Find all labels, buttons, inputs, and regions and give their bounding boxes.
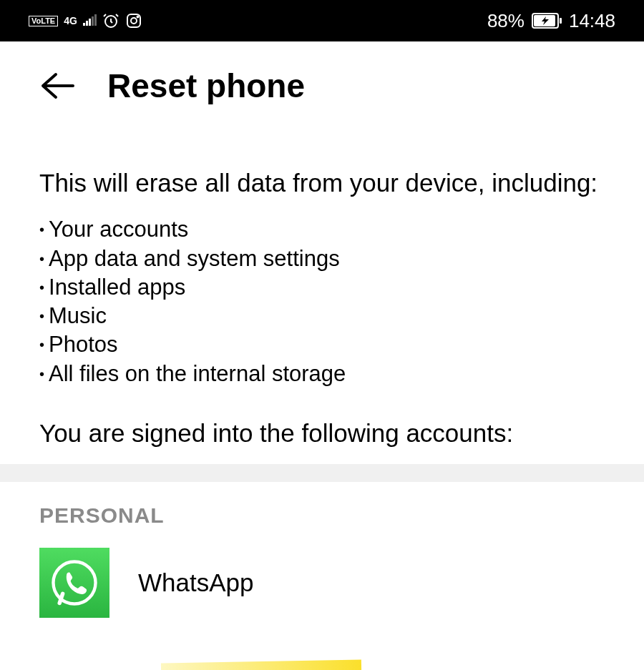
- accounts-section: PERSONAL WhatsApp: [0, 482, 644, 618]
- battery-percent: 88%: [487, 10, 525, 32]
- account-name: WhatsApp: [138, 568, 253, 597]
- list-item-text: Photos: [49, 330, 118, 359]
- network-label: 4G: [64, 16, 77, 26]
- battery-icon: [532, 13, 562, 29]
- account-row[interactable]: WhatsApp: [39, 548, 605, 618]
- list-item: •All files on the internal storage: [39, 360, 605, 388]
- status-bar: VoLTE 4G 88%: [0, 0, 644, 41]
- back-button[interactable]: [39, 68, 75, 104]
- list-item: •Music: [39, 302, 605, 330]
- status-left: VoLTE 4G: [29, 12, 142, 29]
- alarm-icon: [102, 12, 119, 29]
- list-item-text: Your accounts: [49, 215, 188, 244]
- section-divider: [0, 464, 644, 482]
- section-label: PERSONAL: [39, 503, 605, 528]
- list-item-text: Music: [49, 302, 107, 330]
- header: Reset phone: [0, 41, 644, 127]
- arrow-left-icon: [40, 72, 74, 100]
- volte-badge: VoLTE: [29, 16, 58, 26]
- signal-indicator: 4G: [64, 16, 77, 26]
- signal-bars-icon: [83, 16, 97, 26]
- clock-time: 14:48: [569, 10, 615, 32]
- svg-point-2: [131, 18, 137, 24]
- highlight-marker: [161, 660, 361, 670]
- list-item: •Installed apps: [39, 273, 605, 302]
- list-item-text: All files on the internal storage: [49, 360, 346, 388]
- list-item: •Photos: [39, 330, 605, 359]
- list-item-text: App data and system settings: [49, 245, 340, 273]
- svg-point-3: [137, 16, 138, 18]
- svg-rect-6: [560, 18, 562, 24]
- status-right: 88% 14:48: [487, 10, 615, 32]
- list-item-text: Installed apps: [49, 273, 185, 302]
- erase-list: •Your accounts •App data and system sett…: [39, 215, 605, 388]
- list-item: •Your accounts: [39, 215, 605, 244]
- list-item: •App data and system settings: [39, 245, 605, 273]
- warning-text: This will erase all data from your devic…: [39, 166, 605, 199]
- whatsapp-icon: [39, 548, 109, 618]
- page-title: Reset phone: [107, 66, 305, 105]
- instagram-icon: [125, 12, 142, 29]
- content-area: This will erase all data from your devic…: [0, 127, 644, 450]
- signed-in-text: You are signed into the following accoun…: [39, 417, 605, 450]
